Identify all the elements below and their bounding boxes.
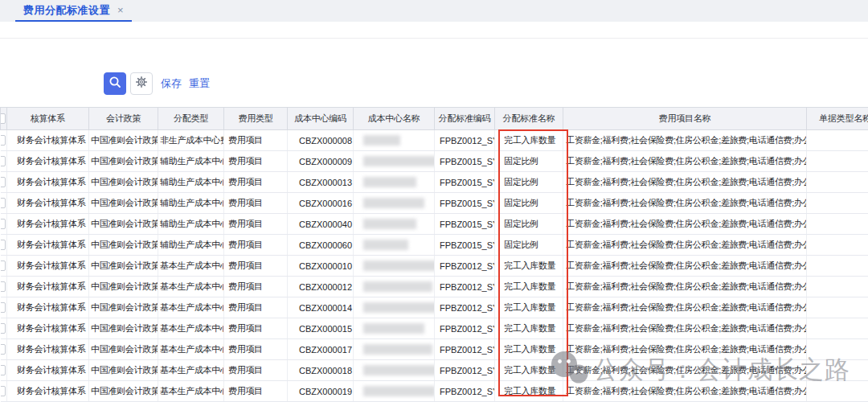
- cell-accounting-system: 财务会计核算体系: [7, 381, 89, 402]
- cell-accounting-policy: 中国准则会计政策: [89, 381, 158, 402]
- header-allocation-type: 分配类型: [158, 108, 224, 130]
- row-checkbox[interactable]: [1, 302, 6, 313]
- cell-expense-type: 费用项目: [224, 256, 288, 277]
- cell-expense-type: 费用项目: [224, 297, 288, 318]
- redacted-cost-center-name: [363, 219, 416, 229]
- cell-doc-type: [807, 360, 868, 381]
- cell-standard-code: FPBZ0012_SYS: [435, 130, 495, 151]
- row-checkbox-cell: [1, 172, 7, 193]
- cell-allocation-type: 基本生产成本中心: [158, 297, 224, 318]
- toolbar: 保存 重置: [104, 72, 210, 95]
- header-row: 核算体系 会计政策 分配类型 费用类型 成本中心编码 成本中心名称 分配标准编码…: [1, 108, 868, 130]
- cell-cost-center-name: [354, 256, 435, 277]
- row-checkbox[interactable]: [1, 386, 6, 396]
- cell-standard-code: FPBZ0012_SYS: [435, 297, 495, 318]
- table-row[interactable]: 财务会计核算体系中国准则会计政策辅助生产成本中心费用项目CBZX000016FP…: [1, 193, 868, 214]
- row-checkbox-cell: [1, 381, 7, 402]
- cell-accounting-system: 财务会计核算体系: [7, 151, 89, 172]
- cell-expense-type: 费用项目: [224, 318, 288, 339]
- cell-cost-center-name: [354, 360, 435, 381]
- table-row[interactable]: 财务会计核算体系中国准则会计政策辅助生产成本中心费用项目CBZX000040FP…: [1, 214, 868, 235]
- cell-expense-items: 工资薪金;福利费;社会保险费;住房公积金;差旅费;电话通信费;办公费;培训费: [563, 172, 807, 193]
- row-checkbox[interactable]: [1, 156, 6, 166]
- cell-doc-type: [807, 277, 868, 297]
- table-row[interactable]: 财务会计核算体系中国准则会计政策基本生产成本中心费用项目CBZX000018FP…: [1, 360, 868, 381]
- settings-button[interactable]: [130, 72, 153, 95]
- cell-standard-name: 完工入库数量: [495, 339, 563, 360]
- cell-doc-type: [807, 214, 868, 235]
- cell-cost-center-name: [354, 339, 435, 360]
- cell-accounting-policy: 中国准则会计政策: [89, 339, 158, 360]
- cell-standard-name: 完工入库数量: [495, 256, 563, 277]
- cell-accounting-policy: 中国准则会计政策: [89, 256, 158, 277]
- cell-standard-name: 完工入库数量: [495, 297, 563, 318]
- cell-allocation-type: 基本生产成本中心: [158, 339, 224, 360]
- header-standard-code: 分配标准编码: [435, 108, 495, 130]
- cell-doc-type: [807, 193, 868, 214]
- cell-standard-code: FPBZ0012_SYS: [435, 318, 495, 339]
- cell-cost-center-code: CBZX000009: [288, 151, 354, 172]
- reset-button[interactable]: 重置: [189, 76, 210, 91]
- table-row[interactable]: 财务会计核算体系中国准则会计政策基本生产成本中心费用项目CBZX000010FP…: [1, 256, 868, 277]
- cell-accounting-system: 财务会计核算体系: [7, 339, 89, 360]
- row-checkbox-cell: [1, 297, 7, 318]
- cell-doc-type: [807, 256, 868, 277]
- table-row[interactable]: 财务会计核算体系中国准则会计政策基本生产成本中心费用项目CBZX000015FP…: [1, 318, 868, 339]
- row-checkbox[interactable]: [1, 344, 6, 355]
- tab-expense-allocation-settings[interactable]: 费用分配标准设置 ×: [15, 0, 132, 22]
- row-checkbox-cell: [1, 214, 7, 235]
- cell-cost-center-code: CBZX000015: [288, 318, 354, 339]
- cell-expense-items: 工资薪金;福利费;社会保险费;住房公积金;差旅费;电话通信费;办公费;培训费: [563, 151, 807, 172]
- table-row[interactable]: 财务会计核算体系中国准则会计政策非生产成本中心费费用项目CBZX000008FP…: [1, 130, 868, 151]
- redacted-cost-center-name: [363, 344, 432, 355]
- cell-allocation-type: 基本生产成本中心: [158, 381, 224, 402]
- select-all-checkbox[interactable]: [1, 113, 6, 124]
- cell-standard-code: FPBZ0015_SYS: [435, 235, 495, 256]
- cell-expense-type: 费用项目: [224, 381, 288, 402]
- cell-doc-type: [807, 130, 868, 151]
- cell-cost-center-name: [354, 277, 435, 297]
- gear-icon: [135, 76, 148, 92]
- cell-standard-code: FPBZ0012_SYS: [435, 381, 495, 402]
- row-checkbox[interactable]: [1, 198, 6, 208]
- header-expense-items: 费用项目名称: [563, 108, 807, 130]
- cell-cost-center-name: [354, 193, 435, 214]
- table-row[interactable]: 财务会计核算体系中国准则会计政策基本生产成本中心费用项目CBZX000012FP…: [1, 277, 868, 297]
- cell-accounting-system: 财务会计核算体系: [7, 235, 89, 256]
- cell-allocation-type: 辅助生产成本中心: [158, 235, 224, 256]
- table-row[interactable]: 财务会计核算体系中国准则会计政策基本生产成本中心费用项目CBZX000019FP…: [1, 381, 868, 402]
- row-checkbox-cell: [1, 235, 7, 256]
- row-checkbox[interactable]: [1, 177, 6, 187]
- table-row[interactable]: 财务会计核算体系中国准则会计政策辅助生产成本中心费用项目CBZX000009FP…: [1, 151, 868, 172]
- row-checkbox[interactable]: [1, 219, 6, 229]
- table-row[interactable]: 财务会计核算体系中国准则会计政策辅助生产成本中心费用项目CBZX000013FP…: [1, 172, 868, 193]
- table-row[interactable]: 财务会计核算体系中国准则会计政策辅助生产成本中心费用项目CBZX000060FP…: [1, 235, 868, 256]
- cell-allocation-type: 基本生产成本中心: [158, 360, 224, 381]
- row-checkbox[interactable]: [1, 240, 6, 250]
- cell-expense-items: 工资薪金;福利费;社会保险费;住房公积金;差旅费;电话通信费;办公费;培训费: [563, 277, 807, 297]
- cell-allocation-type: 辅助生产成本中心: [158, 151, 224, 172]
- cell-cost-center-code: CBZX000012: [288, 277, 354, 297]
- tab-close-icon[interactable]: ×: [117, 5, 124, 15]
- row-checkbox[interactable]: [1, 260, 6, 271]
- cell-standard-name: 固定比例: [495, 193, 563, 214]
- table-row[interactable]: 财务会计核算体系中国准则会计政策基本生产成本中心费用项目CBZX000014FP…: [1, 297, 868, 318]
- row-checkbox[interactable]: [1, 135, 6, 146]
- cell-expense-items: 工资薪金;福利费;社会保险费;住房公积金;差旅费;电话通信费;办公费;培训费: [563, 297, 807, 318]
- cell-expense-items: 工资薪金;福利费;社会保险费;住房公积金;差旅费;电话通信费;办公费;培训费: [563, 214, 807, 235]
- cell-cost-center-code: CBZX000017: [288, 339, 354, 360]
- save-button[interactable]: 保存: [161, 76, 182, 91]
- cell-expense-type: 费用项目: [224, 339, 288, 360]
- row-checkbox-cell: [1, 151, 7, 172]
- cell-cost-center-name: [354, 151, 435, 172]
- cell-allocation-type: 辅助生产成本中心: [158, 214, 224, 235]
- row-checkbox[interactable]: [1, 323, 6, 334]
- row-checkbox[interactable]: [1, 365, 6, 375]
- row-checkbox[interactable]: [1, 281, 6, 292]
- search-button[interactable]: [104, 72, 126, 95]
- cell-accounting-policy: 中国准则会计政策: [89, 297, 158, 318]
- cell-accounting-system: 财务会计核算体系: [7, 297, 89, 318]
- cell-doc-type: [807, 381, 868, 402]
- cell-accounting-policy: 中国准则会计政策: [89, 318, 158, 339]
- table-row[interactable]: 财务会计核算体系中国准则会计政策基本生产成本中心费用项目CBZX000017FP…: [1, 339, 868, 360]
